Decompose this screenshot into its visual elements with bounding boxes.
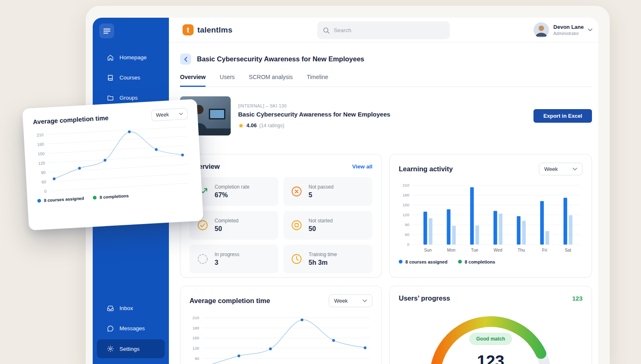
overview-tiles: Completion rate 67% Not passed 5 [189, 177, 372, 273]
floating-card-chart: 21018015012090600 [33, 124, 192, 196]
rating-value: 4.06 [246, 122, 257, 128]
users-progress-card: Users’ progress 123 Good match 123 [389, 286, 592, 364]
svg-text:120: 120 [38, 161, 46, 166]
overview-card: Overview View all Completion rate 67% [180, 154, 382, 278]
tile-not-passed: Not passed 5 [283, 177, 372, 206]
svg-text:90: 90 [405, 222, 409, 227]
message-icon [107, 325, 114, 332]
folder-icon [107, 94, 114, 102]
svg-text:180: 180 [192, 326, 199, 330]
svg-text:90: 90 [195, 356, 199, 361]
svg-text:150: 150 [402, 203, 409, 207]
svg-text:180: 180 [37, 142, 44, 147]
clock-icon [290, 252, 303, 266]
gauge-area: Good match 123 [399, 304, 583, 364]
sidebar-item-homepage[interactable]: Homepage [93, 47, 169, 68]
users-progress-value: 123 [477, 352, 505, 364]
learning-activity-legend: 8 courses assigned 8 completions [399, 259, 583, 264]
sidebar-nav-bottom: Inbox Messages Settings [93, 298, 169, 364]
rating-count: (14 ratings) [259, 123, 284, 128]
sidebar-item-label: Inbox [119, 305, 133, 311]
search-input[interactable] [334, 27, 444, 33]
tile-not-started: Not started 50 [283, 211, 372, 240]
average-completion-period-select[interactable]: Week [329, 294, 372, 307]
brand-logo[interactable]: t talentlms [182, 24, 232, 35]
average-completion-card: Average completion time Week 21018015012… [180, 286, 382, 364]
chevron-down-icon [573, 168, 577, 170]
chevron-down-icon [363, 299, 367, 302]
course-header: Basic Cybersecurity Awareness for New Em… [180, 54, 592, 65]
tile-training-time: Training time 5h 3m [283, 245, 372, 273]
floating-average-completion-card: Average completion time Week 21018015012… [22, 99, 204, 230]
sidebar-item-label: Courses [119, 75, 140, 81]
tab-timeline[interactable]: Timeline [306, 74, 328, 87]
sidebar-item-label: Messages [119, 325, 145, 331]
svg-text:210: 210 [402, 183, 409, 187]
svg-text:180: 180 [402, 193, 409, 197]
user-menu[interactable]: Devon Lane Administrator [533, 22, 592, 38]
circle-x-icon [290, 185, 303, 198]
brand-text: talentlms [197, 26, 232, 35]
legend-dot-assigned [37, 199, 41, 203]
svg-text:210: 210 [37, 133, 44, 138]
svg-text:Mon: Mon [447, 248, 455, 252]
learning-activity-title: Learning activity [399, 165, 453, 173]
average-completion-title: Average completion time [189, 297, 270, 305]
search-box[interactable] [317, 21, 450, 39]
home-icon [107, 54, 114, 61]
learning-activity-card: Learning activity Week 21018015012090600… [389, 154, 592, 278]
svg-text:150: 150 [192, 336, 199, 340]
tab-scrom-analysis[interactable]: SCROM analysis [249, 74, 293, 87]
svg-text:Wed: Wed [494, 248, 502, 252]
svg-text:90: 90 [41, 170, 46, 175]
main-area: t talentlms Devon Lane Administrator [169, 18, 598, 364]
average-completion-chart: 21018015012090600 [189, 315, 372, 364]
learning-activity-period-select[interactable]: Week [539, 163, 583, 175]
users-progress-title: Users’ progress [399, 294, 450, 302]
sidebar-item-messages[interactable]: Messages [93, 318, 169, 338]
course-info: [INTERNAL] – SKI 130 Basic Cybersecurity… [180, 96, 592, 135]
svg-text:Sat: Sat [565, 248, 571, 252]
view-all-link[interactable]: View all [352, 163, 372, 170]
svg-text:Sun: Sun [424, 248, 432, 252]
user-name: Devon Lane [553, 24, 584, 30]
svg-text:0: 0 [44, 189, 47, 194]
floating-card-period-select[interactable]: Week [151, 108, 188, 121]
sidebar-item-inbox[interactable]: Inbox [93, 298, 169, 318]
menu-button[interactable] [99, 23, 114, 38]
svg-text:Thu: Thu [518, 248, 525, 252]
sidebar-item-settings[interactable]: Settings [97, 339, 165, 358]
svg-text:0: 0 [407, 242, 409, 247]
course-code: [INTERNAL] – SKI 130 [238, 103, 533, 108]
learning-activity-chart: 21018015012090600SunMonTueWedThuFriSat [399, 182, 583, 254]
chevron-left-icon [184, 57, 187, 62]
tab-overview[interactable]: Overview [180, 74, 206, 87]
tile-in-progress: In progress 3 [189, 245, 278, 273]
user-role: Administrator [553, 31, 584, 36]
page-title: Basic Cybersecurity Awareness for New Em… [197, 55, 364, 63]
chevron-down-icon [588, 28, 592, 31]
back-button[interactable] [180, 54, 191, 65]
sidebar-item-label: Homepage [119, 54, 147, 61]
tab-users[interactable]: Users [220, 74, 235, 87]
gear-icon [107, 345, 114, 352]
legend-dot-completions [458, 260, 462, 264]
book-icon [107, 74, 114, 82]
sidebar-item-courses[interactable]: Courses [93, 68, 169, 88]
tile-completion-rate: Completion rate 67% [189, 177, 278, 206]
topbar: t talentlms Devon Lane Administrator [169, 18, 598, 42]
search-icon [323, 27, 330, 34]
circle-stop-icon [290, 219, 303, 232]
course-rating: 4.06 (14 ratings) [238, 122, 533, 128]
circle-dashed-icon [196, 252, 209, 266]
svg-text:120: 120 [402, 212, 409, 217]
export-excel-button[interactable]: Export in Excel [533, 109, 592, 123]
chevron-down-icon [179, 112, 183, 115]
sidebar-item-label: Settings [119, 346, 140, 352]
good-match-badge: Good match [469, 333, 512, 345]
talentlms-logo-icon: t [182, 24, 194, 35]
svg-text:Fri: Fri [542, 248, 547, 252]
svg-text:Tue: Tue [471, 248, 478, 252]
sidebar-item-label: Groups [119, 95, 138, 101]
floating-card-title: Average completion time [33, 114, 108, 126]
